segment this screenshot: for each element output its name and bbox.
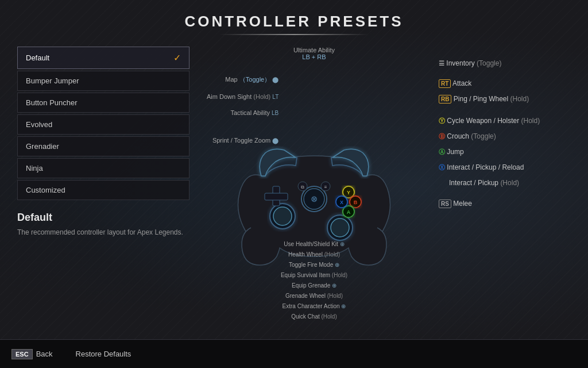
svg-rect-8	[265, 193, 288, 200]
preset-item-default[interactable]: Default✓	[17, 47, 189, 69]
map-label: Map （Toggle） ⬤	[207, 75, 278, 84]
controller-panel: Ultimate Ability LB + RB	[201, 47, 427, 339]
svg-point-6	[331, 218, 349, 237]
restore-defaults-label: Restore Defaults	[76, 350, 131, 358]
page-title: CONTROLLER PRESETS	[0, 13, 588, 30]
svg-text:Y: Y	[347, 190, 350, 195]
preset-item-evolved[interactable]: Evolved	[17, 114, 189, 135]
preset-description-text: The recommended controller layout for Ap…	[17, 227, 189, 237]
svg-text:⧉: ⧉	[301, 185, 304, 190]
header-divider	[219, 34, 369, 35]
aim-down-sight-label: Aim Down Sight (Hold) LT	[207, 93, 278, 100]
interact-label: Ⓧ Interact / Pickup / Reload	[439, 162, 571, 173]
page-header: CONTROLLER PRESETS	[0, 0, 588, 41]
svg-text:B: B	[354, 200, 358, 205]
tactical-ability-label: Tactical Ability LB	[207, 109, 278, 116]
jump-label: Ⓐ Jump	[439, 147, 571, 158]
main-content: Default✓Bumper JumperButton PuncherEvolv…	[0, 41, 588, 339]
attack-label: RT Attack	[439, 78, 571, 89]
preset-item-button-puncher[interactable]: Button Puncher	[17, 93, 189, 113]
svg-text:X: X	[340, 200, 343, 205]
preset-list: Default✓Bumper JumperButton PuncherEvolv…	[17, 47, 189, 200]
preset-item-ninja[interactable]: Ninja	[17, 158, 189, 178]
right-button-labels: ☰ Inventory (Toggle) RT Attack RB Ping /…	[439, 47, 571, 339]
preset-item-customized[interactable]: Customized	[17, 180, 189, 200]
sprint-toggle-zoom-label: Sprint / Toggle Zoom ⬤	[207, 137, 278, 144]
preset-panel: Default✓Bumper JumperButton PuncherEvolv…	[17, 47, 189, 339]
restore-defaults-button[interactable]: Restore Defaults	[76, 350, 131, 358]
back-button[interactable]: ESC Back	[11, 349, 53, 359]
back-label: Back	[36, 350, 53, 358]
preset-item-grenadier[interactable]: Grenadier	[17, 136, 189, 156]
inventory-label: ☰ Inventory (Toggle)	[439, 58, 571, 69]
svg-text:≡: ≡	[324, 185, 327, 190]
crouch-label: Ⓑ Crouch (Toggle)	[439, 131, 571, 142]
svg-text:⊗: ⊗	[311, 194, 318, 204]
preset-description-title: Default	[17, 212, 189, 224]
preset-description: Default The recommended controller layou…	[17, 212, 189, 237]
ultimate-ability-keys: LB + RB	[293, 53, 335, 60]
cycle-weapon-label: Ⓨ Cycle Weapon / Holster (Hold)	[439, 116, 571, 126]
footer: ESC Back Restore Defaults	[0, 339, 588, 368]
bottom-controller-labels: Use Health/Shield Kit ⊕ Health Wheel (Ho…	[281, 239, 347, 322]
esc-key: ESC	[11, 349, 33, 359]
ultimate-ability-label: Ultimate Ability LB + RB	[293, 47, 335, 60]
left-controller-labels: Map （Toggle） ⬤ Aim Down Sight (Hold) LT …	[207, 75, 278, 144]
ping-label: RB Ping / Ping Wheel (Hold)	[439, 94, 571, 105]
melee-label: RS Melee	[439, 198, 571, 209]
preset-item-bumper-jumper[interactable]: Bumper Jumper	[17, 71, 189, 91]
svg-point-4	[273, 207, 292, 225]
interact-hold-label: Interact / Pickup (Hold)	[439, 178, 571, 189]
svg-text:A: A	[347, 209, 351, 215]
